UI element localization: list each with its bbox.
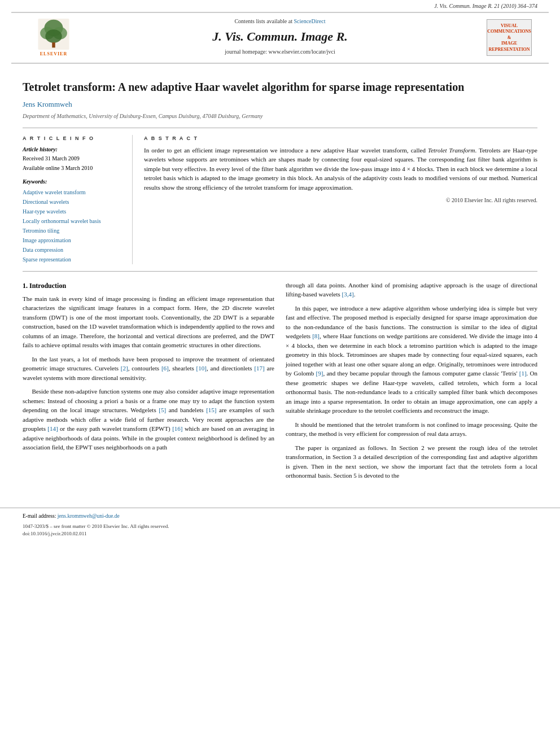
ref-8[interactable]: [8] xyxy=(312,333,320,339)
keyword-7: Data compression xyxy=(23,245,124,255)
visual-box-content: VISUALCOMMUNICATIONS&IMAGEREPRESENTATION xyxy=(487,23,531,53)
article-info-section: A R T I C L E I N F O Article history: R… xyxy=(23,135,537,264)
footer-doi: doi:10.1016/j.jvcir.2010.02.011 xyxy=(23,530,537,538)
elsevier-logo-area: ELSEVIER xyxy=(28,19,79,58)
keyword-6: Image approximation xyxy=(23,235,124,245)
ref-5[interactable]: [5] xyxy=(159,407,166,413)
ref-6[interactable]: [6] xyxy=(161,365,169,372)
ref-3-4[interactable]: [3,4] xyxy=(342,291,354,298)
svg-rect-5 xyxy=(52,42,55,47)
svg-point-4 xyxy=(45,29,62,43)
email-label: E-mail address: xyxy=(23,513,56,519)
keywords-list: Adaptive wavelet transform Directional w… xyxy=(23,187,124,264)
footer-issn: 1047-3203/$ – see front matter © 2010 El… xyxy=(23,523,537,530)
ref-15[interactable]: [15] xyxy=(206,407,216,413)
history-label: Article history: xyxy=(23,146,124,154)
ref-9[interactable]: [9] xyxy=(316,370,323,377)
abstract-heading: A B S T R A C T xyxy=(144,135,537,142)
keyword-5: Tetromino tiling xyxy=(23,226,124,235)
ref-16[interactable]: [16] xyxy=(172,425,182,432)
divider-1 xyxy=(23,128,537,128)
sciencedirect-link[interactable]: ScienceDirect xyxy=(294,18,325,24)
intro-para-3: Beside these non-adaptive function syste… xyxy=(23,387,274,452)
abstract-text: In order to get an efficient image repre… xyxy=(144,146,537,193)
keyword-2: Directional wavelets xyxy=(23,197,124,207)
ref-2[interactable]: [2] xyxy=(121,365,128,372)
body-col-left: 1. Introduction The main task in every k… xyxy=(23,281,274,485)
ref-10[interactable]: [10] xyxy=(196,365,207,372)
author-name: Jens Krommweh xyxy=(23,99,537,110)
email-link[interactable]: jens.krommweh@uni-due.de xyxy=(58,513,120,519)
main-content: Tetrolet transform: A new adaptive Haar … xyxy=(0,64,560,496)
article-info-right: A B S T R A C T In order to get an effic… xyxy=(144,135,537,264)
intro-heading: 1. Introduction xyxy=(23,281,274,291)
journal-header: ELSEVIER Contents lists available at Sci… xyxy=(11,12,549,64)
visual-logo-area: VISUALCOMMUNICATIONS&IMAGEREPRESENTATION xyxy=(481,19,532,56)
intro-para-2: In the last years, a lot of methods have… xyxy=(23,355,274,383)
available-date: Available online 3 March 2010 xyxy=(23,164,124,173)
page-footer: E-mail address: jens.krommweh@uni-due.de… xyxy=(0,508,560,541)
ref-14[interactable]: [14] xyxy=(47,425,58,432)
affiliation: Department of Mathematics, University of… xyxy=(23,112,537,121)
visual-computer-box: VISUALCOMMUNICATIONS&IMAGEREPRESENTATION xyxy=(487,19,532,56)
footer-email-line: E-mail address: jens.krommweh@uni-due.de xyxy=(23,513,537,521)
received-date: Received 31 March 2009 xyxy=(23,155,124,163)
elsevier-text-label: ELSEVIER xyxy=(40,51,67,58)
contents-available-line: Contents lists available at ScienceDirec… xyxy=(79,18,481,26)
divider-2 xyxy=(23,271,537,272)
article-info-heading: A R T I C L E I N F O xyxy=(23,135,124,142)
intro-para-1: The main task in every kind of image pro… xyxy=(23,294,274,350)
keywords-label: Keywords: xyxy=(23,178,124,186)
elsevier-tree-icon xyxy=(37,19,71,50)
keyword-8: Sparse representation xyxy=(23,255,124,264)
citation-text: J. Vis. Commun. Image R. 21 (2010) 364–3… xyxy=(434,3,537,9)
homepage-text: journal homepage: www.elsevier.com/locat… xyxy=(225,49,335,55)
body-col-right: through all data points. Another kind of… xyxy=(286,281,537,485)
col2-para-4: The paper is organized as follows. In Se… xyxy=(286,443,537,480)
col2-para-1: through all data points. Another kind of… xyxy=(286,281,537,299)
citation-bar: J. Vis. Commun. Image R. 21 (2010) 364–3… xyxy=(0,0,560,12)
article-title: Tetrolet transform: A new adaptive Haar … xyxy=(23,80,537,95)
keyword-1: Adaptive wavelet transform xyxy=(23,187,124,197)
contents-label: Contents lists available at xyxy=(234,18,292,24)
body-section: 1. Introduction The main task in every k… xyxy=(23,281,537,485)
elsevier-logo: ELSEVIER xyxy=(28,19,79,58)
ref-17[interactable]: [17] xyxy=(254,365,264,372)
journal-center-info: Contents lists available at ScienceDirec… xyxy=(79,18,481,59)
keyword-4: Locally orthonormal wavelet basis xyxy=(23,216,124,226)
keyword-3: Haar-type wavelets xyxy=(23,207,124,216)
article-info-left: A R T I C L E I N F O Article history: R… xyxy=(23,135,133,264)
homepage-line: journal homepage: www.elsevier.com/locat… xyxy=(79,48,481,56)
copyright-text: © 2010 Elsevier Inc. All rights reserved… xyxy=(144,196,537,205)
ref-1[interactable]: [1] xyxy=(519,370,527,377)
col2-para-2: In this paper, we introduce a new adapti… xyxy=(286,304,537,416)
col2-para-3: It should be mentioned that the tetrolet… xyxy=(286,420,537,439)
journal-title: J. Vis. Commun. Image R. xyxy=(79,28,481,46)
